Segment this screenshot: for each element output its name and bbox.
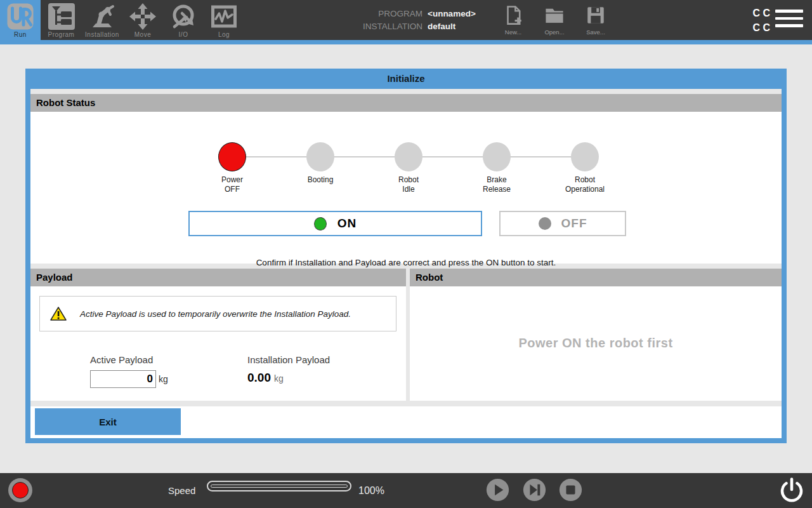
open-button[interactable]: Open... [538,4,571,39]
program-label: PROGRAM [348,9,422,18]
tab-move-label: Move [122,31,163,38]
status-step-label: Booting [282,175,358,185]
hamburger-icon [775,10,803,13]
robot-arm-icon [88,3,116,30]
on-button-label: ON [337,217,357,231]
off-button-label: OFF [561,217,587,231]
installation-name: default [428,22,455,31]
tab-move[interactable]: Move [122,0,163,40]
status-step-brake-release: Brake Release [459,142,535,194]
status-step-label: Robot Idle [370,175,447,194]
hamburger-menu-button[interactable] [775,10,803,31]
status-dot [395,142,422,171]
save-button-label: Save... [579,29,612,36]
on-button[interactable]: ON [188,211,482,236]
robot-header: Robot [410,269,782,286]
green-led-icon [314,217,327,231]
safety-checksum: C C C C [752,6,770,35]
status-step-robot-idle: Robot Idle [370,142,447,194]
robot-state-indicator[interactable] [8,478,32,502]
status-step-label: Robot Operational [547,175,623,194]
active-payload-unit: kg [159,374,168,384]
installation-payload-label: Installation Payload [247,354,330,365]
move-arrows-icon [129,3,157,30]
red-status-icon [12,482,29,498]
initialize-dialog: Initialize Robot Status Power OFF Bootin… [25,69,787,443]
confirm-hint-text: Confirm if Installation and Payload are … [30,258,782,267]
tab-run-label: Run [0,31,41,38]
status-step-booting: Booting [282,142,358,185]
tab-program-label: Program [41,31,82,38]
play-button[interactable] [486,478,509,502]
program-info: PROGRAM <unnamed> INSTALLATION default [348,7,476,32]
open-button-label: Open... [538,29,571,36]
installation-payload-value: 0.00kg [247,371,284,385]
program-name: <unnamed> [428,9,476,18]
status-dot [483,142,511,171]
status-dot [306,142,334,171]
robot-panel: Robot Power ON the robot first [410,269,782,401]
status-step-label: Power OFF [194,175,270,194]
program-tree-icon [48,3,75,30]
step-button[interactable] [523,478,546,502]
robot-status-panel: Robot Status Power OFF Booting Robot Idl… [30,94,782,264]
new-button[interactable]: New... [497,4,530,39]
dialog-title: Initialize [25,69,787,89]
tab-io[interactable]: I/O [163,0,204,40]
speed-slider-fill [211,485,348,488]
bottom-status-bar: Speed [0,473,812,508]
tab-log[interactable]: Log [204,0,244,40]
dialog-body: Robot Status Power OFF Booting Robot Idl… [30,89,782,438]
open-folder-icon [544,4,565,27]
power-button[interactable] [778,477,805,504]
payload-warning-text: Active Payload is used to temporarily ov… [80,309,351,319]
status-step-label: Brake Release [459,175,535,194]
tab-io-label: I/O [163,31,204,38]
new-file-icon [502,4,524,27]
stop-button[interactable] [559,478,582,502]
accent-divider [0,40,812,44]
tab-program[interactable]: Program [41,0,82,40]
top-navigation-bar: Run Program Installation [0,0,812,40]
robot-placeholder-text: Power ON the robot first [410,286,782,401]
off-button[interactable]: OFF [499,211,626,236]
installation-payload-unit: kg [274,373,284,384]
payload-warning-box: Active Payload is used to temporarily ov… [39,296,396,331]
dialog-footer: Exit [30,406,782,438]
gray-led-icon [539,217,551,230]
log-icon [210,3,238,30]
payload-header: Payload [30,269,406,286]
speed-slider[interactable] [207,481,351,491]
active-payload-input[interactable] [90,370,156,388]
speed-value: 100% [358,473,384,508]
active-payload-label: Active Payload [90,354,153,365]
save-button[interactable]: Save... [579,4,612,39]
status-step-power-off: Power OFF [194,142,270,194]
safety-checksum-row: C C [752,6,770,20]
io-icon [169,3,197,30]
tab-installation-label: Installation [82,31,122,38]
save-floppy-icon [585,4,606,27]
installation-label: INSTALLATION [348,22,422,31]
status-dot-red [218,142,246,171]
warning-icon [50,306,67,321]
new-button-label: New... [497,29,530,36]
status-dot [571,142,599,171]
exit-button[interactable]: Exit [35,408,181,435]
ur-logo-icon [6,3,34,30]
tab-installation[interactable]: Installation [82,0,122,40]
robot-status-header: Robot Status [30,94,782,112]
status-step-robot-operational: Robot Operational [547,142,623,194]
safety-checksum-row: C C [752,20,770,35]
tab-run[interactable]: Run [0,0,41,40]
payload-panel: Payload Active Payload is used to tempor… [30,269,406,401]
tab-log-label: Log [204,31,244,38]
speed-label: Speed [168,473,195,508]
